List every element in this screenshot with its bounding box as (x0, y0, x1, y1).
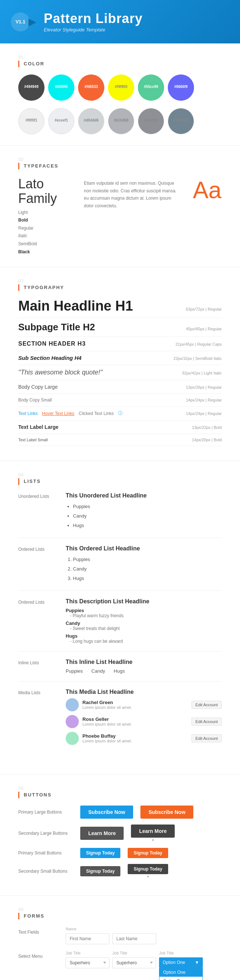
select-menu-label: Select Menu (18, 951, 66, 959)
secondary-small-buttons-row: Secondary Small Buttons Signup Today Sig… (18, 864, 222, 878)
color-swatch-3: #f46533 (78, 75, 104, 101)
dl-def-1: - Playful warm fuzzy friends (66, 613, 222, 618)
signup-today-btn-1[interactable]: Signup Today (80, 848, 120, 858)
media-name-ross: Ross Geller (83, 716, 188, 722)
learn-more-btn-1[interactable]: Learn More (80, 827, 124, 840)
section-title-color: COLOR (18, 60, 222, 67)
media-desc-rachel: Lorem ipsum dolor sit amet. (83, 705, 188, 710)
media-list-content: This Media List Headline Rachel Green Lo… (66, 689, 222, 749)
last-name-field[interactable] (112, 933, 156, 944)
dropdown-item-1[interactable]: Option One (159, 968, 202, 977)
list-item: Hugs (73, 521, 222, 530)
body-small-meta: 14px/24px | Regular (186, 398, 222, 402)
ordered-list-row: Ordered Lists This Ordered List Headline… (18, 545, 222, 591)
section-title-forms: FORMS (18, 913, 222, 920)
section-number-typography: 03 (18, 278, 222, 283)
dl-term-3: Hugs (66, 633, 222, 639)
media-item-2: Ross Geller Lorem ipsum dolor sit amet. … (66, 715, 222, 728)
link-clicked[interactable]: Clicked Text Links (79, 411, 114, 416)
select-menu-row: Select Menu Job Title Job Title Job Titl… (18, 951, 222, 980)
inline-list-body: Puppies · Candy · Hugs (66, 668, 222, 674)
buttons-section: 05 BUTTONS Primary Large Buttons Subscri… (0, 775, 240, 896)
typeface-family-name: Lato Family (18, 177, 73, 205)
media-desc-phoebe: Lorem ipsum dolor sit amet. (83, 739, 188, 743)
inline-item-2: Candy (92, 668, 105, 674)
typo-label-small: Text Label Small 14px/20px | Bold (18, 438, 222, 446)
text-fields-label: Text Fields (18, 927, 66, 935)
chevron-down-icon: ▼ (151, 838, 155, 842)
media-list-row: Media Lists This Media List Headline Rac… (18, 689, 222, 756)
link-normal[interactable]: Text Links (18, 411, 38, 416)
dropdown-trigger[interactable]: Option One ▼ (159, 958, 203, 967)
color-swatch-12: #718492 (168, 108, 194, 134)
primary-small-buttons-row: Primary Small Buttons Signup Today Signu… (18, 848, 222, 858)
dropdown-menu: Option One Option Two Option Three (159, 967, 203, 980)
lists-section: 04 LISTS Unordered Lists This Unordered … (0, 461, 240, 774)
media-item-3: Phoebe Buffay Lorem ipsum dolor sit amet… (66, 732, 222, 745)
color-swatches-row2: #f0f0f1 #eceef1 #d0d4d6 #b1b3b8 #8e9096 … (18, 108, 222, 134)
list-type-ordered: Ordered Lists (18, 545, 66, 583)
typo-h2: Subpage Title H2 45px/65px | Regular (18, 321, 222, 337)
ordered-list-body: Puppies Candy Hugs (66, 555, 222, 583)
color-swatch-4: #f9f900 (108, 75, 134, 101)
avatar-phoebe (66, 732, 79, 745)
description-list-content: This Description List Headline Puppies -… (66, 598, 222, 644)
text-fields-content: Name (66, 927, 156, 944)
forms-section: 06 FORMS Text Fields Name Select Menu (0, 896, 240, 980)
text-fields-row: Text Fields Name (18, 927, 222, 944)
media-info-ross: Ross Geller Lorem ipsum dolor sit amet. (83, 716, 188, 726)
header-title-group: Pattern Library Elevator Styleguide Temp… (44, 11, 143, 32)
h3-sample: SECTION HEADER H3 (18, 340, 86, 347)
unordered-list-headline: This Unordered List Headline (66, 492, 222, 499)
signup-today-btn-3[interactable]: Signup Today (80, 866, 120, 877)
typo-blockquote: "This awesome block quote!" 32px/42px | … (18, 369, 222, 380)
color-section: 01 COLOR #494949 #00f0f0 #f46533 #f9f900… (0, 43, 240, 146)
media-name-rachel: Rachel Green (83, 700, 188, 705)
info-icon: ⓘ (118, 410, 122, 417)
description-list-body: Puppies - Playful warm fuzzy friends Can… (66, 608, 222, 644)
list-item: Hugs (73, 574, 222, 583)
page-subtitle: Elevator Styleguide Template (44, 27, 143, 32)
subscribe-now-btn-1[interactable]: Subscribe Now (80, 805, 133, 819)
typo-label-large: Text Label Large 13px/22px | Bold (18, 424, 222, 434)
select-menu-2[interactable]: Superhero (112, 958, 156, 968)
typefaces-section: 02 TYPEFACES Lato Family Light Bold Regu… (0, 146, 240, 267)
unordered-list-body: Puppies Candy Hugs (66, 502, 222, 530)
edit-account-rachel-btn[interactable]: Edit Account (191, 701, 222, 709)
dl-term-1: Puppies (66, 608, 222, 613)
h3-meta: 21px/45px | Regular Caps (175, 342, 222, 346)
link-hover[interactable]: Hover Text Links (42, 411, 74, 416)
inline-list-content: This Inline List Headline Puppies · Cand… (66, 659, 222, 674)
select-menu-content: Job Title Job Title Job Title Superhero … (66, 951, 203, 980)
dl-def-2: - Sweet treats that delight (66, 626, 222, 631)
media-item-1: Rachel Green Lorem ipsum dolor sit amet.… (66, 698, 222, 711)
learn-more-btn-2[interactable]: Learn More (131, 824, 174, 838)
subscribe-now-btn-2[interactable]: Subscribe Now (140, 805, 193, 819)
media-info-phoebe: Phoebe Buffay Lorem ipsum dolor sit amet… (83, 733, 188, 743)
first-name-field[interactable] (66, 933, 110, 944)
description-list-row: Ordered Lists This Description List Head… (18, 598, 222, 652)
color-swatch-10: #b1b3b8 (108, 108, 134, 134)
color-swatch-2: #00f0f0 (48, 75, 75, 101)
edit-account-phoebe-btn[interactable]: Edit Account (191, 734, 222, 742)
inline-list-headline: This Inline List Headline (66, 659, 222, 665)
list-item: Puppies (73, 502, 222, 511)
primary-small-label: Primary Small Buttons (18, 850, 73, 856)
version-badge: V1.1 (11, 13, 30, 32)
main-content: 01 COLOR #494949 #00f0f0 #f46533 #f9f900… (0, 43, 240, 980)
signup-today-btn-4[interactable]: Signup Today (128, 864, 168, 874)
inline-item-1: Puppies (66, 668, 83, 674)
color-swatch-7: #f0f0f1 (18, 108, 45, 134)
h4-sample: Sub Section Heading H4 (18, 355, 81, 361)
dropdown-wrapper: Option One ▼ Option One Option Two Optio… (159, 958, 203, 980)
body-large-meta: 13px/26px | Regular (186, 385, 222, 390)
select-menu-1[interactable]: Superhero (66, 958, 110, 968)
edit-account-ross-btn[interactable]: Edit Account (191, 718, 222, 725)
label-small-sample: Text Label Small (18, 438, 48, 442)
color-swatch-11: #8e9096 (138, 108, 164, 134)
dropdown-item-2[interactable]: Option Two (159, 977, 202, 980)
signup-today-btn-2[interactable]: Signup Today (128, 848, 168, 858)
section-number-typefaces: 02 (18, 157, 222, 162)
dl-term-2: Candy (66, 620, 222, 626)
list-type-description: Ordered Lists (18, 598, 66, 644)
